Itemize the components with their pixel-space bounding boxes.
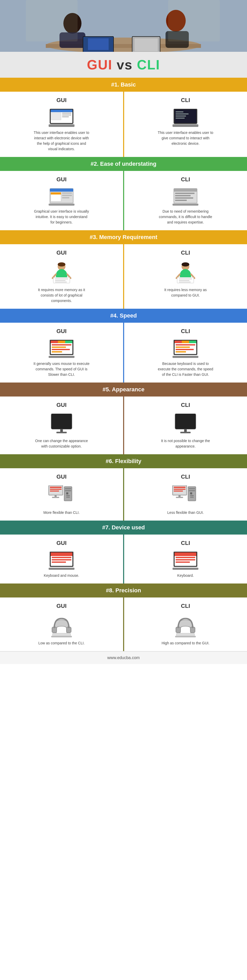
precision-gui-side: GUI Low as compared to the CLI. — [0, 598, 123, 651]
precision-cli-icon — [173, 614, 198, 638]
basic-cli-text: This user interface enables user to give… — [157, 130, 214, 146]
svg-rect-116 — [189, 490, 195, 491]
appearance-gui-label: GUI — [56, 402, 66, 409]
device-cli-text: Keyboard. — [177, 573, 194, 578]
svg-rect-34 — [50, 189, 73, 192]
svg-point-49 — [58, 262, 65, 267]
ease-gui-text: Graphical user interface is visually int… — [33, 209, 90, 225]
appearance-cli-text: It is not possible to change the appeara… — [157, 438, 214, 449]
svg-rect-98 — [50, 490, 59, 492]
svg-rect-43 — [175, 192, 195, 194]
flexibility-cli-side: CLI Less flexible t — [124, 468, 247, 520]
svg-rect-103 — [65, 490, 71, 491]
memory-gui-label: GUI — [56, 250, 66, 256]
svg-rect-111 — [174, 490, 183, 492]
svg-rect-100 — [52, 497, 59, 498]
svg-rect-30 — [176, 116, 186, 116]
svg-rect-38 — [62, 197, 69, 198]
section-basic: #1. Basic GUI This user interface enable… — [0, 78, 247, 157]
svg-rect-129 — [174, 552, 196, 556]
svg-rect-119 — [190, 497, 194, 498]
svg-rect-29 — [176, 113, 188, 115]
svg-rect-80 — [189, 340, 196, 343]
ease-gui-side: GUI Graphical user interface is visually… — [0, 171, 123, 230]
svg-rect-102 — [65, 488, 71, 489]
footer: www.educba.com — [0, 651, 247, 664]
speed-gui-icon — [49, 340, 74, 358]
device-cli-icon — [173, 552, 198, 570]
svg-rect-24 — [62, 116, 69, 117]
device-gui-label: GUI — [56, 540, 66, 546]
speed-cli-icon — [173, 340, 198, 358]
svg-rect-36 — [62, 192, 72, 194]
memory-cli-icon — [173, 261, 198, 285]
ease-cli-text: Due to need of remembering commands, it … — [157, 209, 214, 225]
svg-rect-130 — [176, 557, 195, 558]
svg-rect-32 — [173, 124, 198, 127]
svg-rect-89 — [56, 432, 67, 433]
svg-rect-118 — [190, 495, 194, 496]
svg-rect-96 — [50, 487, 62, 488]
basic-cli-icon — [173, 109, 198, 127]
memory-gui-text: It requires more memory as it consists o… — [33, 287, 90, 304]
svg-rect-109 — [174, 487, 185, 488]
svg-point-58 — [182, 262, 189, 267]
svg-rect-105 — [66, 495, 70, 496]
flexibility-gui-icon — [48, 485, 76, 508]
appearance-cli-icon — [173, 414, 198, 436]
precision-gui-text: Low as compared to the CLI. — [38, 641, 85, 646]
section-memory-row: GUI It r — [0, 244, 247, 309]
svg-rect-123 — [52, 557, 71, 558]
section-speed-row: GUI It generally uses mouse to — [0, 323, 247, 382]
svg-rect-85 — [173, 356, 198, 358]
svg-rect-113 — [176, 497, 183, 498]
device-cli-label: CLI — [181, 540, 190, 546]
appearance-gui-text: One can change the appearance with custo… — [33, 438, 90, 449]
ease-cli-label: CLI — [181, 176, 190, 183]
svg-rect-79 — [182, 340, 189, 343]
svg-rect-74 — [52, 351, 62, 353]
memory-cli-text: It requires less memory as compared to G… — [157, 287, 214, 298]
flexibility-cli-label: CLI — [181, 473, 190, 480]
title-cli: CLI — [137, 57, 160, 72]
svg-rect-72 — [52, 347, 66, 348]
svg-rect-37 — [62, 195, 72, 196]
svg-rect-115 — [189, 488, 195, 489]
section-ease: #2. Ease of understating GUI Graphical u… — [0, 157, 247, 230]
footer-url: www.educba.com — [107, 655, 140, 660]
svg-rect-104 — [66, 492, 68, 495]
svg-rect-141 — [175, 636, 196, 637]
memory-gui-icon — [49, 261, 74, 285]
svg-rect-122 — [51, 552, 73, 556]
section-speed-header: #4. Speed — [0, 309, 247, 323]
svg-rect-45 — [175, 197, 193, 199]
ease-cli-side: CLI Due to need of remembering commands,… — [124, 171, 247, 230]
svg-rect-31 — [176, 118, 185, 119]
svg-rect-124 — [52, 559, 71, 560]
svg-rect-117 — [190, 492, 192, 495]
svg-rect-20 — [51, 110, 73, 112]
memory-cli-label: CLI — [181, 250, 190, 256]
speed-cli-side: CLI Because keyboard is used to execute … — [124, 323, 247, 382]
section-device-header: #7. Device used — [0, 520, 247, 535]
speed-cli-text: Because keyboard is used to execute the … — [157, 361, 214, 377]
svg-rect-71 — [52, 344, 71, 345]
section-appearance-row: GUI One can change the appearance with c… — [0, 396, 247, 454]
section-flexibility-row: GUI — [0, 468, 247, 520]
section-memory-header: #3. Memory Requirement — [0, 230, 247, 244]
title-vs: vs — [112, 57, 137, 72]
appearance-cli-side: CLI It is not possible to change the app… — [124, 396, 247, 454]
svg-rect-131 — [176, 559, 195, 560]
main-title: GUI vs CLI — [0, 52, 247, 78]
svg-rect-44 — [175, 195, 191, 196]
section-device: #7. Device used GUI Keyboard and mouse. — [0, 520, 247, 584]
svg-rect-28 — [176, 111, 184, 112]
svg-rect-83 — [176, 349, 194, 350]
section-basic-header: #1. Basic — [0, 78, 247, 92]
flexibility-cli-text: Less flexible than GUI. — [167, 510, 204, 515]
flexibility-cli-icon — [171, 485, 200, 508]
ease-gui-label: GUI — [56, 176, 66, 183]
section-flexibility: #6. Flexibility GUI — [0, 454, 247, 520]
svg-rect-69 — [58, 340, 65, 343]
precision-gui-icon — [49, 614, 74, 638]
